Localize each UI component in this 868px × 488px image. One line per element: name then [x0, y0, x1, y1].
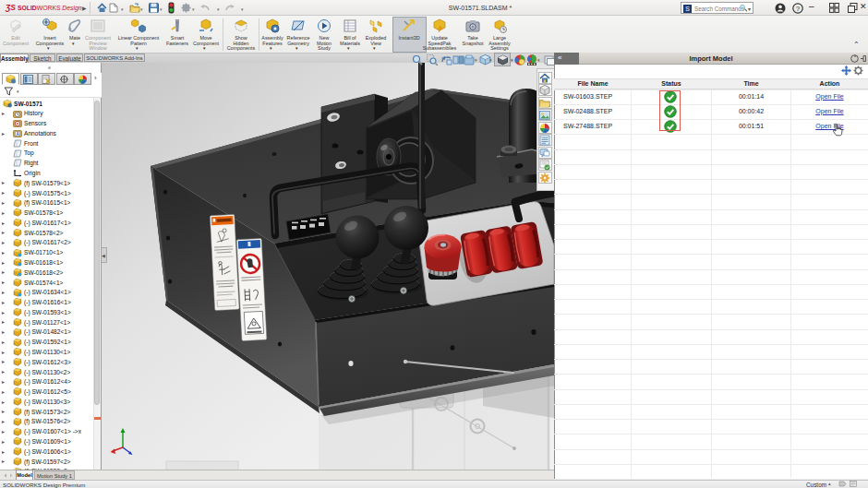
svg-text:?: ?: [796, 5, 801, 13]
